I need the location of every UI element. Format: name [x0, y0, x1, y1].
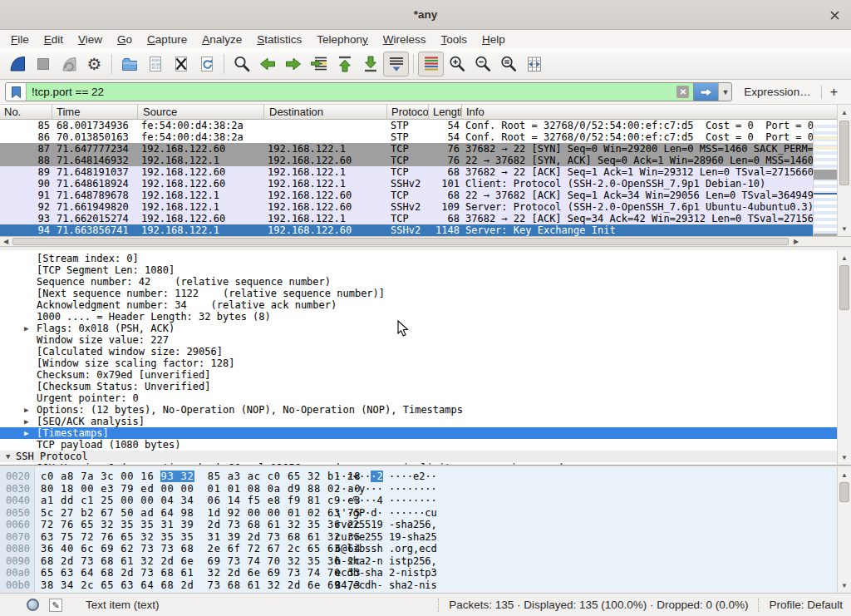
detail-line[interactable]: [Calculated window size: 29056] [0, 346, 837, 357]
capture-comment-icon[interactable]: ✎ [49, 599, 62, 612]
hex-row[interactable]: 00505c 27 b2 67 50 ad 64 98 1d 92 00 00 … [0, 507, 837, 520]
add-filter-button[interactable]: + [822, 85, 846, 100]
expand-icon[interactable]: ▶ [24, 404, 28, 416]
menu-item-capture[interactable]: Capture [140, 32, 194, 47]
close-window-button[interactable] [826, 7, 843, 23]
detail-line[interactable]: [Next sequence number: 1122 (relative se… [0, 288, 837, 299]
detail-line[interactable]: Acknowledgment number: 34 (relative ack … [0, 299, 837, 311]
packet-row[interactable]: 8871.648146932192.168.122.1192.168.122.6… [0, 155, 813, 166]
column-header-time[interactable]: Time [52, 105, 138, 120]
restart-capture-button[interactable] [56, 52, 81, 76]
detail-line[interactable]: [Stream index: 0] [0, 253, 837, 264]
apply-filter-button[interactable] [693, 83, 718, 101]
hex-row[interactable]: 007063 75 72 76 65 32 35 35 31 39 2d 73 … [0, 531, 837, 544]
scroll-up-icon[interactable]: ▲ [838, 468, 851, 481]
column-header-length[interactable]: Length [429, 105, 462, 120]
detail-line[interactable]: ▶SSH Version 2 (encryption:chacha20-poly… [0, 462, 837, 465]
hex-row[interactable]: 0040a1 dd c1 25 00 00 04 34 06 14 f5 e8 … [0, 495, 837, 507]
menu-item-view[interactable]: View [71, 32, 110, 47]
hex-row[interactable]: 008036 40 6c 69 62 73 73 68 2e 6f 72 67 … [0, 543, 837, 555]
detail-line[interactable]: ▼SSH Protocol [0, 451, 837, 462]
detail-line[interactable]: ▶Flags: 0x018 (PSH, ACK) [0, 323, 837, 334]
open-file-button[interactable] [116, 52, 142, 76]
scrollbar-thumb[interactable] [839, 482, 849, 502]
menu-item-edit[interactable]: Edit [37, 32, 71, 47]
hscrollbar-thumb[interactable] [12, 238, 789, 245]
hex-row[interactable]: 0020c0 a8 7a 3c 00 16 93 32 85 a3 ac c0 … [0, 471, 837, 483]
go-first-packet-button[interactable] [332, 52, 357, 76]
find-packet-button[interactable] [229, 52, 254, 76]
scroll-down-icon[interactable]: ▼ [838, 222, 851, 235]
clear-filter-icon[interactable]: ✕ [676, 86, 689, 98]
detail-line[interactable]: Urgent pointer: 0 [0, 392, 837, 404]
hex-row[interactable]: 00b038 34 2c 65 63 64 68 2d 73 68 61 32 … [0, 579, 837, 592]
hex-row[interactable]: 006072 76 65 32 35 35 31 39 2d 73 68 61 … [0, 519, 837, 531]
packet-list-hscrollbar[interactable]: ◀ ▶ [0, 236, 851, 246]
packet-row[interactable]: 9271.661949820192.168.122.1192.168.122.6… [0, 201, 813, 213]
column-header-source[interactable]: Source [138, 105, 264, 120]
hex-row[interactable]: 003080 18 00 e3 79 ed 00 00 01 01 08 0a … [0, 483, 837, 495]
intelligent-scrollbar-minimap[interactable] [813, 121, 837, 236]
hex-scrollbar[interactable]: ▲ ▼ [837, 467, 851, 593]
go-back-button[interactable] [254, 52, 280, 76]
display-filter-input[interactable]: !tcp.port == 22 ✕ ▼ [5, 82, 732, 101]
menu-item-statistics[interactable]: Statistics [249, 32, 309, 47]
menu-item-file[interactable]: File [3, 32, 37, 47]
detail-line[interactable]: [Window size scaling factor: 128] [0, 357, 837, 369]
detail-line[interactable]: Checksum: 0x79ed [unverified] [0, 369, 837, 381]
menu-item-help[interactable]: Help [475, 32, 513, 47]
scroll-left-icon[interactable]: ◀ [0, 237, 12, 246]
scrollbar-thumb[interactable] [839, 265, 849, 310]
stop-capture-button[interactable] [30, 52, 56, 76]
expand-icon[interactable]: ▶ [24, 462, 28, 465]
packet-row[interactable]: 9071.648618924192.168.122.60192.168.122.… [0, 178, 813, 190]
save-file-button[interactable]: 010101100111 [142, 52, 168, 76]
detail-line[interactable]: TCP payload (1080 bytes) [0, 439, 837, 451]
detail-line[interactable]: ▶[Timestamps] [0, 427, 837, 439]
close-file-button[interactable] [168, 52, 194, 76]
auto-scroll-toggle-button[interactable] [383, 52, 409, 76]
column-header-destination[interactable]: Destination [264, 105, 387, 120]
column-header-protocol[interactable]: Protocol [387, 105, 429, 120]
expand-icon[interactable]: ▶ [24, 416, 28, 427]
expand-icon[interactable]: ▶ [24, 323, 28, 334]
hex-row[interactable]: 009068 2d 73 68 61 32 2d 6e 69 73 74 70 … [0, 555, 837, 568]
packet-row[interactable]: 8670.013850163fe:54:00:d4:38:2aSTP54Conf… [0, 131, 813, 143]
details-scrollbar[interactable]: ▲ ▼ [837, 250, 851, 465]
zoom-in-button[interactable] [444, 52, 470, 76]
scroll-right-icon[interactable]: ▶ [790, 237, 802, 246]
expression-button[interactable]: Expression… [732, 86, 820, 98]
packet-row[interactable]: 9371.662015274192.168.122.60192.168.122.… [0, 213, 813, 224]
detail-line[interactable]: Sequence number: 42 (relative sequence n… [0, 276, 837, 288]
scroll-down-icon[interactable]: ▼ [838, 451, 851, 464]
packet-list-scrollbar[interactable]: ▲ ▼ [837, 105, 851, 236]
detail-line[interactable]: ▶[SEQ/ACK analysis] [0, 416, 837, 427]
zoom-reset-button[interactable] [495, 52, 521, 76]
go-forward-button[interactable] [280, 52, 306, 76]
filter-bookmark-button[interactable] [6, 83, 27, 101]
expert-info-icon[interactable] [27, 599, 39, 611]
packet-row[interactable]: 8568.001734936fe:54:00:d4:38:2aSTP54Conf… [0, 120, 813, 131]
packet-row[interactable]: 9471.663856741192.168.122.1192.168.122.6… [0, 224, 813, 236]
start-capture-button[interactable] [4, 52, 30, 76]
scrollbar-thumb[interactable] [839, 121, 849, 185]
menu-item-tools[interactable]: Tools [434, 32, 475, 47]
collapse-icon[interactable]: ▼ [6, 451, 10, 462]
menu-item-go[interactable]: Go [110, 32, 140, 47]
go-last-packet-button[interactable] [357, 52, 383, 76]
packet-row[interactable]: 9171.648789678192.168.122.1192.168.122.6… [0, 190, 813, 201]
expand-icon[interactable]: ▶ [24, 427, 28, 439]
detail-line[interactable]: ▶Options: (12 bytes), No-Operation (NOP)… [0, 404, 837, 416]
menu-item-wireless[interactable]: Wireless [376, 32, 434, 47]
column-header-info[interactable]: Info [462, 105, 851, 120]
packet-row[interactable]: 8771.647777234192.168.122.60192.168.122.… [0, 143, 813, 155]
zoom-out-button[interactable] [470, 52, 495, 76]
menu-item-analyze[interactable]: Analyze [194, 32, 249, 47]
column-header-no[interactable]: No. [0, 105, 52, 120]
colorize-toggle-button[interactable] [418, 52, 444, 76]
scroll-down-icon[interactable]: ▼ [838, 579, 851, 592]
scroll-up-icon[interactable]: ▲ [838, 251, 851, 264]
resize-columns-button[interactable] [521, 52, 547, 76]
menu-item-telephony[interactable]: Telephony [309, 32, 376, 47]
go-to-packet-button[interactable] [306, 52, 332, 76]
